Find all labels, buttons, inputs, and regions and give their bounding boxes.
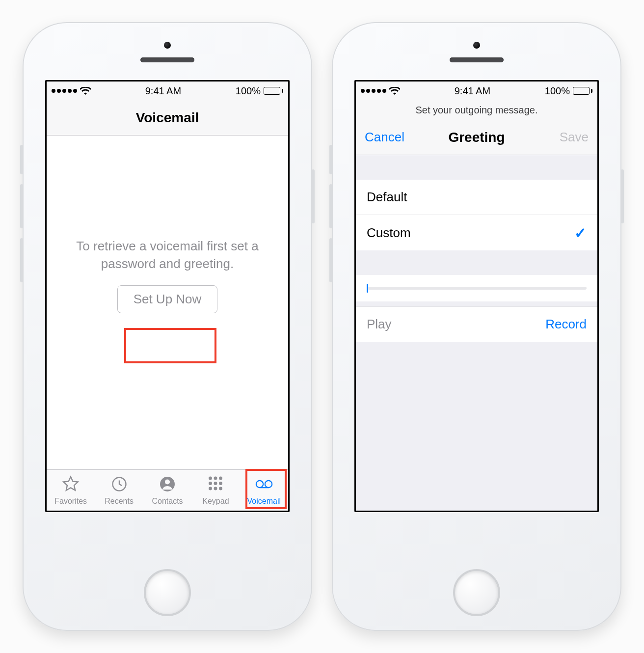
- tab-label: Voicemail: [247, 497, 281, 506]
- svg-point-12: [256, 480, 263, 487]
- volume-up-button: [20, 184, 23, 228]
- play-record-row: Play Record: [356, 306, 597, 342]
- svg-point-3: [209, 476, 212, 480]
- status-bar: 9:41 AM 100%: [47, 82, 288, 100]
- greeting-subheader: Set your outgoing message.: [356, 100, 597, 120]
- voicemail-icon: [255, 475, 273, 495]
- keypad-icon: [207, 475, 224, 495]
- record-button[interactable]: Record: [545, 317, 587, 332]
- signal-strength-icon: [52, 89, 77, 93]
- cancel-button[interactable]: Cancel: [356, 120, 413, 155]
- nav-bar: Voicemail: [47, 100, 288, 136]
- nav-bar: Cancel Greeting Save: [356, 120, 597, 155]
- greeting-option-custom[interactable]: Custom ✓: [356, 215, 597, 250]
- volume-down-button: [20, 238, 23, 282]
- nav-title: Voicemail: [136, 110, 199, 126]
- svg-point-8: [219, 482, 222, 485]
- battery-icon: [264, 87, 283, 95]
- voicemail-empty-state: To retrieve a voicemail first set a pass…: [47, 136, 288, 469]
- volume-down-button: [329, 238, 332, 282]
- tab-favorites[interactable]: Favorites: [47, 470, 95, 511]
- battery-pct: 100%: [236, 85, 261, 97]
- camera-dot: [473, 42, 480, 49]
- svg-point-5: [219, 476, 222, 480]
- svg-point-4: [214, 476, 217, 480]
- volume-up-button: [329, 184, 332, 228]
- battery-icon: [573, 87, 592, 95]
- nav-title: Greeting: [448, 130, 505, 145]
- mute-switch: [329, 145, 332, 174]
- tab-contacts[interactable]: Contacts: [143, 470, 191, 511]
- setup-now-button[interactable]: Set Up Now: [117, 285, 218, 313]
- camera-dot: [164, 42, 171, 49]
- speaker-grill: [140, 57, 194, 62]
- wifi-icon: [389, 87, 400, 95]
- speaker-grill: [450, 57, 504, 62]
- svg-point-2: [165, 479, 170, 484]
- option-label: Custom: [367, 225, 411, 241]
- battery-pct: 100%: [545, 85, 570, 97]
- greeting-option-default[interactable]: Default: [356, 180, 597, 215]
- tab-label: Favorites: [54, 497, 87, 506]
- checkmark-icon: ✓: [574, 224, 587, 242]
- svg-point-11: [219, 487, 222, 490]
- screen-greeting: 9:41 AM 100% Set your outgoing message. …: [354, 80, 599, 512]
- power-button: [621, 169, 624, 223]
- tab-recents[interactable]: Recents: [95, 470, 143, 511]
- scrubber-track: [367, 287, 587, 290]
- svg-point-7: [214, 482, 217, 485]
- screen-voicemail-setup: 9:41 AM 100% Voicemail To retrieve a voi…: [45, 80, 290, 512]
- svg-point-10: [214, 487, 217, 490]
- status-bar: 9:41 AM 100%: [356, 82, 597, 100]
- wifi-icon: [80, 87, 91, 95]
- tab-voicemail[interactable]: Voicemail: [240, 470, 288, 511]
- audio-scrubber[interactable]: [356, 275, 597, 301]
- status-time: 9:41 AM: [145, 85, 181, 97]
- greeting-options-group: Default Custom ✓: [356, 180, 597, 250]
- star-icon: [62, 475, 80, 495]
- greeting-body: Default Custom ✓ Play Record: [356, 155, 597, 511]
- power-button: [312, 169, 315, 223]
- svg-point-6: [209, 482, 212, 485]
- clock-icon: [110, 475, 128, 495]
- scrubber-head[interactable]: [367, 284, 368, 293]
- svg-point-13: [265, 480, 272, 487]
- phone-tab-bar: Favorites Recents Contacts Keypad: [47, 469, 288, 511]
- contact-icon: [159, 475, 176, 495]
- svg-point-9: [209, 487, 212, 490]
- mute-switch: [20, 145, 23, 174]
- tab-keypad[interactable]: Keypad: [191, 470, 240, 511]
- signal-strength-icon: [361, 89, 386, 93]
- voicemail-setup-message: To retrieve a voicemail first set a pass…: [71, 238, 264, 272]
- tab-label: Recents: [105, 497, 134, 506]
- tab-label: Contacts: [152, 497, 183, 506]
- status-time: 9:41 AM: [455, 85, 490, 97]
- save-button[interactable]: Save: [551, 120, 597, 155]
- tab-label: Keypad: [202, 497, 229, 506]
- play-button[interactable]: Play: [367, 317, 392, 332]
- phone-left: 9:41 AM 100% Voicemail To retrieve a voi…: [23, 22, 312, 631]
- home-button[interactable]: [453, 569, 500, 616]
- home-button[interactable]: [144, 569, 191, 616]
- option-label: Default: [367, 190, 407, 205]
- phone-right: 9:41 AM 100% Set your outgoing message. …: [332, 22, 621, 631]
